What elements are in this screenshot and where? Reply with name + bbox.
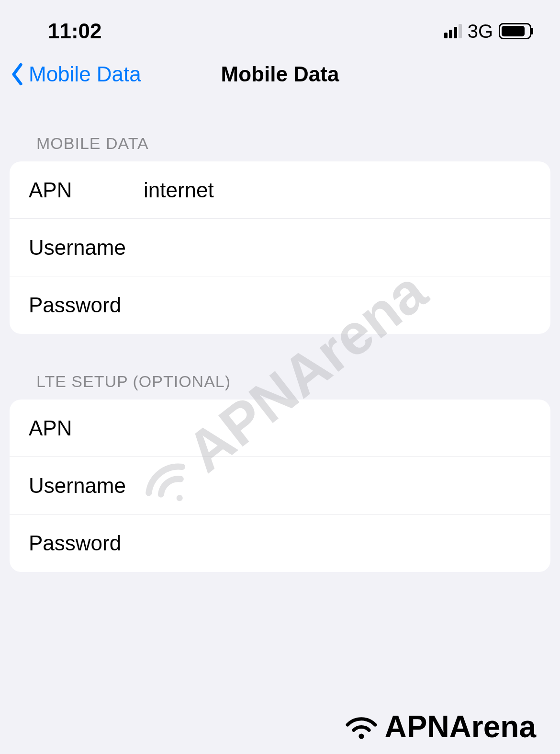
input-lte-apn[interactable] — [144, 416, 531, 440]
row-lte-password[interactable]: Password — [10, 514, 550, 572]
row-lte-username[interactable]: Username — [10, 457, 550, 514]
label-lte-password: Password — [29, 531, 144, 555]
svg-point-0 — [359, 733, 364, 739]
label-password: Password — [29, 293, 144, 317]
section-header-mobile-data: MOBILE DATA — [10, 105, 550, 161]
input-lte-password[interactable] — [144, 531, 531, 555]
label-username: Username — [29, 236, 144, 260]
row-lte-apn[interactable]: APN — [10, 400, 550, 457]
row-username[interactable]: Username — [10, 219, 550, 276]
row-password[interactable]: Password — [10, 276, 550, 334]
input-username[interactable] — [144, 236, 531, 260]
content: MOBILE DATA APN Username Password LTE SE… — [0, 105, 560, 572]
status-time: 11:02 — [48, 19, 102, 43]
page-title: Mobile Data — [221, 62, 339, 86]
chevron-left-icon — [10, 62, 25, 86]
navigation-bar: Mobile Data Mobile Data — [0, 53, 560, 105]
wifi-icon — [342, 712, 381, 741]
input-lte-username[interactable] — [144, 474, 531, 498]
label-apn: APN — [29, 178, 144, 202]
status-indicators: 3G — [444, 21, 531, 42]
group-lte-setup: APN Username Password — [10, 400, 550, 572]
network-type: 3G — [468, 21, 493, 42]
label-lte-username: Username — [29, 474, 144, 498]
group-mobile-data: APN Username Password — [10, 161, 550, 334]
label-lte-apn: APN — [29, 416, 144, 440]
status-bar: 11:02 3G — [0, 0, 560, 53]
row-apn[interactable]: APN — [10, 161, 550, 219]
input-password[interactable] — [144, 293, 531, 317]
back-button[interactable]: Mobile Data — [10, 62, 141, 86]
input-apn[interactable] — [144, 178, 531, 202]
section-header-lte: LTE SETUP (OPTIONAL) — [10, 334, 550, 400]
back-label: Mobile Data — [29, 62, 141, 86]
watermark-bottom: APNArena — [342, 709, 536, 744]
battery-icon — [499, 23, 531, 39]
signal-icon — [444, 24, 462, 38]
